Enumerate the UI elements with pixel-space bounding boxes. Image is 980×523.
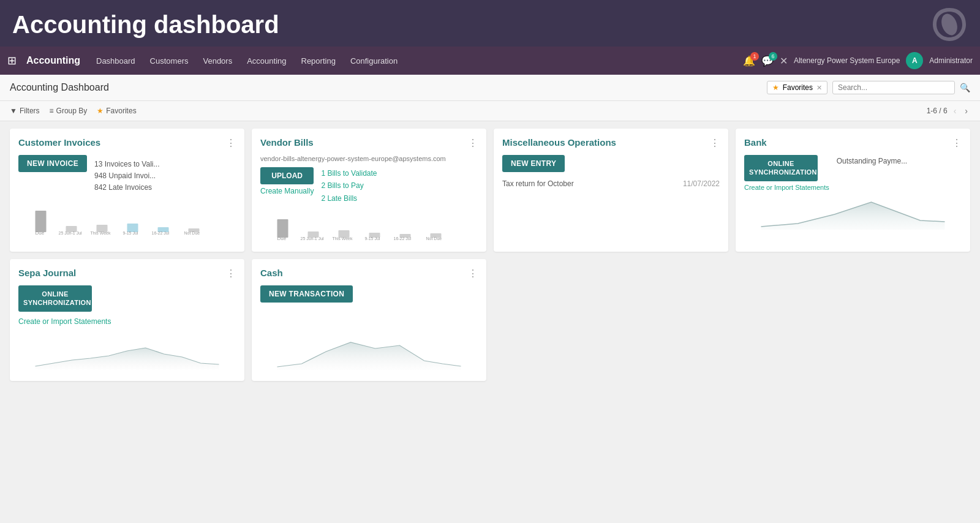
upload-btn[interactable]: UPLOAD: [260, 167, 314, 184]
vendor-bills-info: 1 Bills to Validate 2 Bills to Pay 2 Lat…: [321, 167, 377, 205]
main-nav: Dashboard Customers Vendors Accounting R…: [90, 53, 733, 69]
page-big-title: Accounting dashboard: [12, 11, 968, 38]
misc-ops-menu[interactable]: ⋮: [710, 137, 720, 149]
svg-text:This Week: This Week: [91, 231, 111, 235]
nav-bar: ⊞ Accounting Dashboard Customers Vendors…: [0, 47, 980, 75]
next-page-btn[interactable]: ›: [962, 105, 970, 117]
pagination-text: 1-6 / 6: [927, 107, 948, 115]
svg-text:9-15 Jul: 9-15 Jul: [123, 231, 138, 235]
sepa-sync-btn[interactable]: ONLINE SYNCHRONIZATION: [18, 285, 92, 312]
svg-text:Due: Due: [277, 236, 287, 241]
user-name: Administrator: [929, 56, 973, 65]
svg-text:Not Due: Not Due: [426, 236, 442, 241]
card-row-2: Sepa Journal ⋮ ONLINE SYNCHRONIZATION Cr…: [10, 259, 970, 381]
groupby-icon: ≡: [50, 107, 54, 115]
sepa-chart: [18, 333, 236, 369]
grid-icon[interactable]: ⊞: [7, 54, 17, 67]
svg-text:16-22 Jul: 16-22 Jul: [152, 231, 170, 235]
svg-text:9-15 Jul: 9-15 Jul: [365, 236, 380, 241]
notification-icon[interactable]: 🔔 1: [743, 55, 755, 67]
svg-text:Not Due: Not Due: [184, 231, 200, 235]
main-content: Customer Invoices ⋮ NEW INVOICE 13 Invoi…: [0, 121, 980, 519]
favorites-tag-label: Favorites: [783, 83, 813, 92]
sepa-journal-card: Sepa Journal ⋮ ONLINE SYNCHRONIZATION Cr…: [10, 259, 244, 381]
svg-text:25 Jun-1 Jul: 25 Jun-1 Jul: [59, 231, 83, 235]
user-avatar[interactable]: A: [906, 52, 923, 69]
favorites-btn[interactable]: ★ Favorites: [97, 107, 136, 115]
svg-text:This Week: This Week: [333, 236, 353, 241]
sepa-create-link[interactable]: Create or Import Statements: [18, 317, 111, 326]
svg-text:25 Jun-1 Jul: 25 Jun-1 Jul: [301, 236, 325, 241]
bank-sync-btn[interactable]: ONLINE SYNCHRONIZATION: [744, 155, 818, 181]
bank-create-link[interactable]: Create or Import Statements: [744, 184, 829, 191]
misc-ops-title: Miscellaneous Operations: [502, 137, 616, 148]
svg-point-0: [939, 12, 960, 37]
favorites-tag[interactable]: ★ Favorites ✕: [767, 81, 827, 94]
vendor-bills-menu[interactable]: ⋮: [468, 137, 478, 149]
favorites-star-icon: ★: [97, 107, 104, 115]
nav-configuration[interactable]: Configuration: [344, 53, 404, 69]
vendor-bills-title: Vendor Bills: [260, 137, 314, 148]
outstanding-text: Outstanding Payme...: [837, 157, 907, 165]
nav-accounting[interactable]: Accounting: [241, 53, 292, 69]
vendor-bills-email: vendor-bills-altenergy-power-system-euro…: [260, 155, 478, 162]
svg-rect-13: [277, 219, 288, 238]
new-transaction-btn[interactable]: NEW TRANSACTION: [260, 285, 353, 303]
search-input-wrap: [832, 81, 955, 94]
sepa-journal-title: Sepa Journal: [18, 268, 76, 278]
odoo-logo: [931, 6, 968, 45]
pagination: 1-6 / 6 ‹ ›: [927, 105, 970, 117]
bank-menu[interactable]: ⋮: [952, 137, 962, 149]
prev-page-btn[interactable]: ‹: [951, 105, 959, 117]
bank-chart: [744, 196, 962, 230]
chat-badge: 6: [769, 52, 777, 61]
sepa-journal-menu[interactable]: ⋮: [226, 268, 236, 279]
search-area: ★ Favorites ✕ 🔍: [767, 81, 970, 94]
favorites-tag-close[interactable]: ✕: [816, 84, 822, 92]
customer-invoices-stats: 13 Invoices to Vali... 948 Unpaid Invoi.…: [94, 159, 160, 194]
create-manually-link[interactable]: Create Manually: [260, 187, 314, 195]
cash-chart: [260, 333, 478, 370]
close-icon[interactable]: ✕: [780, 55, 788, 67]
nav-reporting[interactable]: Reporting: [295, 53, 342, 69]
favorites-menu-label: Favorites: [106, 107, 136, 115]
app-name: Accounting: [26, 55, 80, 66]
misc-operations-card: Miscellaneous Operations ⋮ NEW ENTRY Tax…: [494, 129, 728, 252]
misc-entry-label: Tax return for October: [502, 179, 574, 188]
search-input[interactable]: [838, 83, 949, 92]
svg-text:Due: Due: [36, 230, 45, 235]
star-icon: ★: [772, 83, 779, 92]
search-bar-area: Accounting Dashboard ★ Favorites ✕ 🔍: [0, 75, 980, 101]
filter-bar: ▼ Filters ≡ Group By ★ Favorites 1-6 / 6…: [0, 101, 980, 121]
cash-title: Cash: [260, 268, 283, 278]
nav-vendors[interactable]: Vendors: [197, 53, 238, 69]
misc-entry-date: 11/07/2022: [683, 179, 720, 188]
cash-menu[interactable]: ⋮: [468, 268, 478, 279]
vendor-bills-chart: Due 25 Jun-1 Jul This Week 9-15 Jul 16-2…: [260, 207, 478, 241]
company-name: Altenergy Power System Europe: [794, 56, 900, 65]
customer-invoices-title: Customer Invoices: [18, 137, 100, 148]
page-title: Accounting Dashboard: [10, 82, 109, 93]
bank-title: Bank: [744, 137, 767, 148]
notification-badge: 1: [750, 52, 759, 61]
nav-customers[interactable]: Customers: [144, 53, 195, 69]
filters-label: Filters: [20, 107, 40, 115]
customer-invoices-chart: Due 25 Jun-1 Jul This Week 9-15 Jul 16-2…: [18, 201, 236, 235]
empty-col-4: [736, 259, 970, 381]
header-right: 🔔 1 💬 6 ✕ Altenergy Power System Europe …: [743, 52, 973, 69]
group-by-btn[interactable]: ≡ Group By: [50, 107, 88, 115]
vendor-bills-card: Vendor Bills ⋮ vendor-bills-altenergy-po…: [252, 129, 486, 252]
chat-icon[interactable]: 💬 6: [761, 55, 774, 67]
new-entry-btn[interactable]: NEW ENTRY: [502, 155, 565, 172]
filter-icon: ▼: [10, 107, 17, 115]
svg-text:16-22 Jul: 16-22 Jul: [394, 236, 412, 241]
misc-entry: Tax return for October 11/07/2022: [502, 179, 720, 188]
group-by-label: Group By: [56, 107, 88, 115]
nav-dashboard[interactable]: Dashboard: [90, 53, 141, 69]
new-invoice-btn[interactable]: NEW INVOICE: [18, 155, 87, 172]
customer-invoices-menu[interactable]: ⋮: [226, 137, 236, 149]
cash-card: Cash ⋮ NEW TRANSACTION: [252, 259, 486, 381]
customer-invoices-card: Customer Invoices ⋮ NEW INVOICE 13 Invoi…: [10, 129, 244, 252]
filters-btn[interactable]: ▼ Filters: [10, 107, 40, 115]
search-icon[interactable]: 🔍: [960, 83, 970, 92]
